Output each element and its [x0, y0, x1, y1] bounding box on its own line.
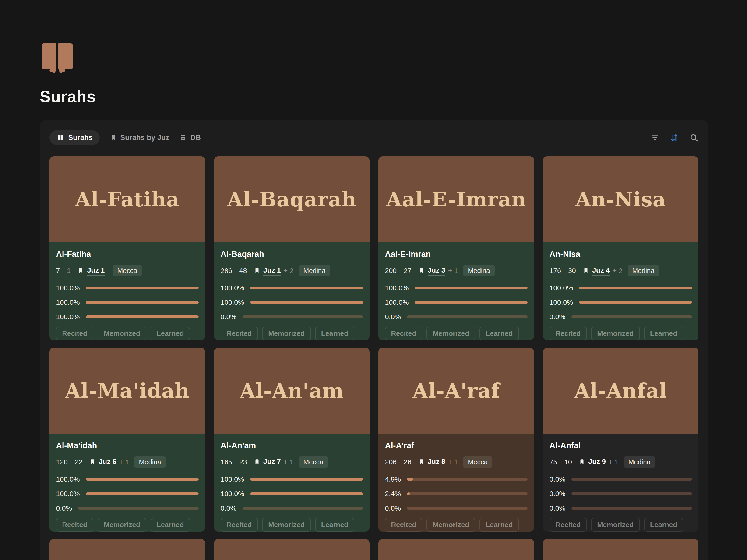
recited-progress: 4.9%	[385, 475, 527, 484]
juz-extra: + 2	[613, 266, 623, 275]
juz-extra: + 1	[448, 457, 458, 466]
ruku-count: 22	[75, 457, 82, 466]
open-book-icon[interactable]	[42, 43, 81, 74]
memorized-progress: 100.0%	[549, 298, 692, 307]
ruku-count: 1	[67, 266, 71, 275]
memorized-pill: Memorized	[427, 327, 475, 340]
card-body: Aal-E-Imran 200 27 Juz 3 + 1 Medina 100.…	[379, 242, 534, 340]
card-footer: Recited Memorized Learned	[549, 327, 692, 340]
recited-pill: Recited	[549, 327, 587, 340]
place-badge: Mecca	[112, 265, 142, 276]
tab-label: Surahs by Juz	[120, 133, 169, 142]
tab-db[interactable]: DB	[180, 133, 201, 142]
ayah-count: 75	[549, 457, 557, 466]
learned-progress: 0.0%	[56, 504, 199, 513]
learned-progress: 0.0%	[385, 312, 527, 322]
recited-progress: 100.0%	[549, 283, 692, 293]
card-al-araf[interactable]: Al-A'raf Al-A'raf 206 26 Juz 8 + 1 Mecca…	[379, 348, 534, 532]
learned-pill: Learned	[151, 327, 190, 340]
bookmark-icon	[418, 267, 424, 274]
ayah-count: 200	[385, 266, 396, 275]
card-banner: Al-A'raf	[379, 348, 534, 433]
learned-pill: Learned	[151, 518, 190, 532]
card-al-baqarah[interactable]: Al-Baqarah Al-Baqarah 286 48 Juz 1 + 2 M…	[214, 156, 370, 340]
progress-bars: 100.0% 100.0% 0.0%	[221, 283, 363, 327]
card-al-anam[interactable]: Al-An'am Al-An'am 165 23 Juz 7 + 1 Mecca…	[214, 348, 370, 532]
learned-progress: 0.0%	[385, 504, 527, 513]
place-badge: Medina	[628, 265, 659, 276]
card-partial[interactable]	[50, 539, 205, 560]
juz-link[interactable]: Juz 9	[588, 457, 606, 467]
gallery-grid: Al-Fatiha Al-Fatiha 7 1 Juz 1 Mecca 100.…	[50, 156, 698, 560]
learned-progress: 100.0%	[56, 312, 199, 322]
card-banner: Aal-E-Imran	[379, 156, 534, 242]
ruku-count: 10	[564, 457, 572, 466]
card-title: Al-An'am	[221, 441, 363, 450]
card-banner: An-Nisa	[543, 156, 699, 242]
recited-pill: Recited	[385, 518, 422, 532]
tab-label: DB	[190, 133, 201, 142]
sort-arrows-icon[interactable]	[670, 133, 679, 142]
memorized-progress: 100.0%	[221, 298, 363, 307]
card-partial[interactable]	[543, 539, 699, 560]
place-badge: Mecca	[299, 456, 328, 468]
card-meta: 165 23 Juz 7 + 1 Mecca	[221, 456, 363, 468]
search-icon[interactable]	[690, 133, 698, 142]
ayah-count: 176	[549, 266, 561, 275]
recited-pill: Recited	[56, 518, 93, 532]
card-footer: Recited Memorized Learned	[385, 518, 527, 532]
card-al-anfal[interactable]: Al-Anfal Al-Anfal 75 10 Juz 9 + 1 Medina…	[543, 348, 699, 532]
banner-name: An-Nisa	[575, 188, 666, 211]
card-al-maidah[interactable]: Al-Ma'idah Al-Ma'idah 120 22 Juz 6 + 1 M…	[50, 348, 205, 532]
recited-pill: Recited	[221, 518, 258, 532]
juz-link[interactable]: Juz 4	[592, 266, 610, 276]
memorized-pill: Memorized	[98, 327, 146, 340]
bookmark-icon	[110, 134, 117, 141]
place-badge: Medina	[134, 456, 166, 468]
juz-link[interactable]: Juz 3	[428, 266, 445, 276]
juz-link[interactable]: Juz 1	[87, 266, 105, 276]
card-meta: 75 10 Juz 9 + 1 Medina	[549, 456, 692, 468]
tab-surahs-by-juz[interactable]: Surahs by Juz	[110, 133, 169, 142]
tab-label: Surahs	[68, 133, 93, 142]
juz-link[interactable]: Juz 6	[99, 457, 116, 467]
progress-bars: 4.9% 2.4% 0.0%	[385, 475, 527, 518]
tab-surahs[interactable]: Surahs	[50, 130, 100, 145]
juz-link[interactable]: Juz 8	[428, 457, 445, 467]
place-badge: Medina	[299, 265, 330, 276]
card-aal-e-imran[interactable]: Aal-E-Imran Aal-E-Imran 200 27 Juz 3 + 1…	[379, 156, 534, 340]
ayah-count: 165	[221, 457, 232, 466]
learned-progress: 0.0%	[221, 504, 363, 513]
card-meta: 120 22 Juz 6 + 1 Medina	[56, 456, 199, 468]
card-meta: 206 26 Juz 8 + 1 Mecca	[385, 456, 527, 468]
memorized-pill: Memorized	[262, 327, 311, 340]
place-badge: Medina	[463, 265, 495, 276]
learned-progress: 0.0%	[221, 312, 363, 322]
bookmark-icon	[583, 267, 589, 274]
card-partial[interactable]	[214, 539, 370, 560]
juz-link[interactable]: Juz 1	[263, 266, 281, 276]
filter-icon[interactable]	[650, 133, 659, 142]
card-al-fatiha[interactable]: Al-Fatiha Al-Fatiha 7 1 Juz 1 Mecca 100.…	[50, 156, 205, 340]
book-open-icon	[56, 134, 65, 142]
learned-pill: Learned	[644, 327, 684, 340]
memorized-progress: 0.0%	[549, 489, 692, 499]
card-footer: Recited Memorized Learned	[56, 327, 199, 340]
card-meta: 286 48 Juz 1 + 2 Medina	[221, 265, 363, 276]
book-left-page	[42, 43, 56, 69]
card-meta: 7 1 Juz 1 Mecca	[56, 265, 199, 276]
book-right-page	[58, 43, 73, 69]
card-an-nisa[interactable]: An-Nisa An-Nisa 176 30 Juz 4 + 2 Medina …	[543, 156, 699, 340]
progress-bars: 100.0% 100.0% 100.0%	[56, 283, 199, 327]
banner-name: Al-An'am	[240, 379, 344, 402]
bookmark-icon	[254, 458, 260, 465]
learned-pill: Learned	[644, 518, 684, 532]
memorized-progress: 100.0%	[56, 489, 199, 499]
page-title: Surahs	[40, 87, 96, 106]
card-partial[interactable]	[379, 539, 534, 560]
card-banner: Al-Ma'idah	[50, 348, 205, 433]
progress-bars: 100.0% 100.0% 0.0%	[221, 475, 363, 518]
juz-link[interactable]: Juz 7	[263, 457, 281, 467]
card-banner: Al-An'am	[214, 348, 370, 433]
juz-extra: + 2	[284, 266, 294, 275]
